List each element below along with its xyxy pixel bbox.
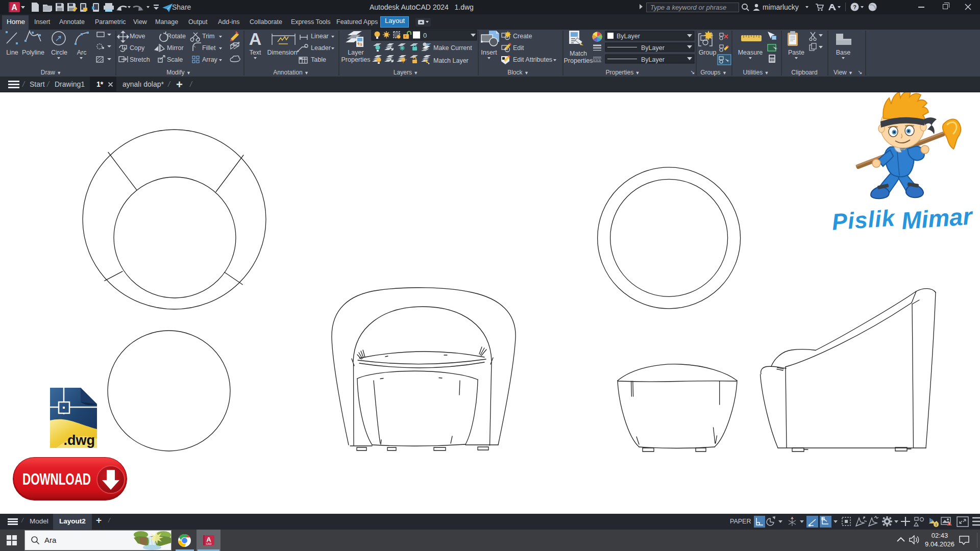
- svg-text:Mimar: Mimar: [900, 202, 974, 234]
- svg-text:DOWNLOAD: DOWNLOAD: [22, 470, 91, 488]
- svg-text:?: ?: [853, 4, 856, 10]
- svg-text:A: A: [249, 30, 262, 48]
- svg-text:!: !: [936, 522, 937, 527]
- svg-text:.dwg: .dwg: [64, 433, 95, 448]
- svg-text:Pislik: Pislik: [831, 205, 896, 235]
- svg-text:A: A: [11, 3, 17, 12]
- svg-text:0: 0: [423, 32, 427, 39]
- svg-text:!: !: [949, 522, 950, 525]
- svg-text:CAD: CAD: [206, 542, 212, 545]
